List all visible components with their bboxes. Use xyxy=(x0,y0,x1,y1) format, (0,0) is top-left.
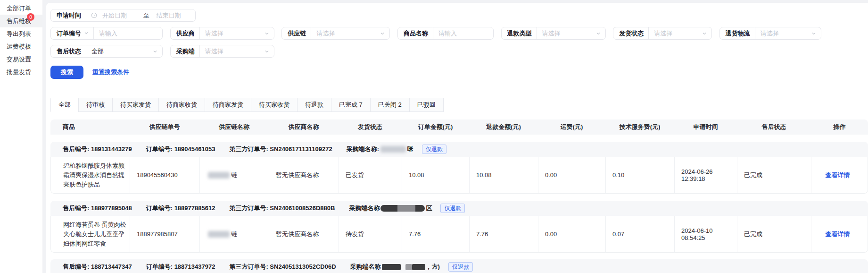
refund-only-badge[interactable]: 仅退款 xyxy=(448,262,473,272)
tab-merchant-to-receive[interactable]: 待商家收货 xyxy=(158,98,205,112)
after-sale-no: 售后编号: 189131443279 xyxy=(63,145,132,154)
sidebar-item-label: 批量发货 xyxy=(7,68,31,77)
redacted-text xyxy=(405,264,412,270)
filter-row-date: 申请时间 至 xyxy=(50,9,868,22)
redacted-text xyxy=(208,172,230,179)
return-logistics-filter[interactable]: 退货物流 请选择 xyxy=(719,27,821,40)
product-name-filter-label: 商品名称 xyxy=(398,29,433,38)
column-header: 商品 xyxy=(50,119,130,135)
supply-chain-filter-label: 供应链 xyxy=(282,29,311,38)
redacted-text xyxy=(380,205,425,212)
product-name: 网红海苔蛋卷 蛋黄肉松夹心脆女士儿儿童童孕妇休闲网红零食 xyxy=(51,216,130,252)
action-cell: 查看详情 xyxy=(811,157,868,193)
supply-chain-name: 链 xyxy=(200,216,269,252)
sidebar-item-label: 交易设置 xyxy=(7,55,31,64)
sidebar-item-label: 全部订单 xyxy=(7,4,31,13)
freight: 0.00 xyxy=(538,216,606,252)
ship-status-filter-label: 发货状态 xyxy=(613,29,648,38)
sidebar-item-all-orders[interactable]: 全部订单 xyxy=(0,2,42,15)
order-no-filter-label[interactable]: 订单编号 xyxy=(51,29,93,38)
refund-amount: 7.76 xyxy=(470,216,538,252)
column-header: 退款金额(元) xyxy=(469,119,538,135)
refund-only-badge[interactable]: 仅退款 xyxy=(422,145,446,154)
refund-type-filter-label: 退款类型 xyxy=(502,29,537,38)
redacted-text xyxy=(412,264,425,270)
third-party-order-no: 第三方订单号: SN24051313052CD06D xyxy=(229,263,336,271)
chevron-down-icon xyxy=(811,31,816,36)
sidebar-item-label: 运费模板 xyxy=(7,43,31,51)
filter-row-secondary: 售后状态 全部 采购端 请选择 xyxy=(50,45,868,58)
table-row: 碧柏雅烟酰胺身体素颜霜清爽保湿水润自然提亮肤色护肤品 189045560430 … xyxy=(50,157,868,194)
sidebar-item-trade-settings[interactable]: 交易设置 xyxy=(0,53,42,66)
column-header: 技术服务费(元) xyxy=(605,119,674,135)
redacted-text xyxy=(380,146,406,153)
chevron-down-icon xyxy=(84,30,89,37)
chevron-down-icon xyxy=(153,49,157,54)
reset-search-link[interactable]: 重置搜索条件 xyxy=(92,68,129,77)
supply-chain-no: 188977985807 xyxy=(130,216,200,252)
filter-actions: 搜索 重置搜索条件 xyxy=(50,66,868,79)
order-block: 售后编号: 189131443279 订单编号: 189045461053 第三… xyxy=(50,142,868,194)
order-no: 订单编号: 189045461053 xyxy=(146,145,215,154)
redacted-text xyxy=(208,231,230,238)
view-detail-link[interactable]: 查看详情 xyxy=(826,230,850,239)
freight: 0.00 xyxy=(538,157,606,193)
tech-service-fee: 0.10 xyxy=(606,157,675,193)
supply-chain-filter[interactable]: 供应链 请选择 xyxy=(281,27,390,40)
supplier-filter[interactable]: 供应商 请选择 xyxy=(170,27,274,40)
end-date-input[interactable] xyxy=(151,12,196,19)
purchaser-name: 采购端名称 区 xyxy=(349,204,432,213)
order-amount: 10.08 xyxy=(402,157,470,193)
clock-icon xyxy=(91,12,97,18)
after-sale-status: 已完成 xyxy=(737,157,811,193)
third-party-order-no: 第三方订单号: SN2406171131109272 xyxy=(229,145,332,154)
view-detail-link[interactable]: 查看详情 xyxy=(826,171,850,179)
search-button[interactable]: 搜索 xyxy=(50,66,83,79)
after-sale-no: 售后编号: 188977895048 xyxy=(63,204,132,213)
sidebar: 全部订单 售后维权 0 导出列表 运费模板 交易设置 批量发货 xyxy=(0,0,42,273)
chevron-down-icon xyxy=(265,49,269,54)
divider xyxy=(86,9,86,21)
after-sale-status-value: 全部 xyxy=(86,47,153,56)
sidebar-item-export-list[interactable]: 导出列表 xyxy=(0,27,42,40)
ship-status-filter[interactable]: 发货状态 请选择 xyxy=(613,27,712,40)
order-group-header: 售后编号: 188977895048 订单编号: 188977885612 第三… xyxy=(50,201,868,216)
apply-time-filter: 申请时间 至 xyxy=(50,9,196,22)
tab-pending-refund[interactable]: 待退款 xyxy=(297,98,331,112)
purchaser-filter[interactable]: 采购端 请选择 xyxy=(170,45,274,58)
order-amount: 7.76 xyxy=(402,216,470,252)
order-block: 售后编号: 188713447347 订单编号: 188713437972 第三… xyxy=(50,259,868,273)
tab-merchant-to-ship[interactable]: 待商家发货 xyxy=(205,98,251,112)
order-no-input[interactable] xyxy=(94,30,162,37)
after-sale-status-filter[interactable]: 售后状态 全部 xyxy=(50,45,163,58)
tab-pending-review[interactable]: 待审核 xyxy=(78,98,113,112)
refund-type-filter[interactable]: 退款类型 请选择 xyxy=(501,27,606,40)
column-header: 发货状态 xyxy=(339,119,402,135)
sidebar-item-freight-template[interactable]: 运费模板 xyxy=(0,40,42,53)
chevron-down-icon xyxy=(596,31,601,36)
product-name-input[interactable] xyxy=(433,30,493,37)
column-header: 供应商名称 xyxy=(269,119,339,135)
supply-chain-name: 链 xyxy=(200,157,269,193)
order-group-header: 售后编号: 189131443279 订单编号: 189045461053 第三… xyxy=(50,142,868,157)
column-header: 售后状态 xyxy=(737,119,811,135)
return-logistics-select-placeholder: 请选择 xyxy=(755,29,811,38)
ship-status: 已发货 xyxy=(339,157,402,193)
tab-buyer-to-ship[interactable]: 待买家发货 xyxy=(112,98,159,112)
refund-only-badge[interactable]: 仅退款 xyxy=(440,204,465,213)
apply-time: 2024-06-10 08:54:25 xyxy=(675,216,737,252)
tab-completed[interactable]: 已完成 7 xyxy=(331,98,371,112)
start-date-input[interactable] xyxy=(97,12,141,19)
tab-buyer-to-receive[interactable]: 待买家收货 xyxy=(251,98,298,112)
tab-all[interactable]: 全部 xyxy=(50,98,79,112)
sidebar-item-after-sales[interactable]: 售后维权 0 xyxy=(0,15,42,27)
product-name-filter: 商品名称 xyxy=(397,27,494,40)
column-header: 运费(元) xyxy=(538,119,605,135)
ship-status: 待发货 xyxy=(339,216,402,252)
sidebar-item-label: 导出列表 xyxy=(7,30,31,38)
tab-rejected[interactable]: 已驳回 xyxy=(409,98,444,112)
notification-badge: 0 xyxy=(27,13,34,21)
tab-closed[interactable]: 已关闭 2 xyxy=(370,98,410,112)
refund-amount: 10.08 xyxy=(470,157,538,193)
sidebar-item-batch-ship[interactable]: 批量发货 xyxy=(0,66,42,78)
